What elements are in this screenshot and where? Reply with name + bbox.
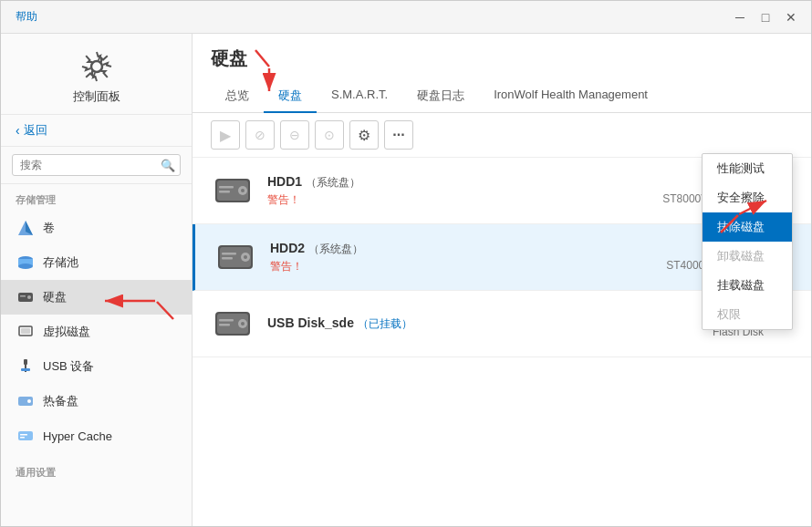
disk-info-hdd2: HDD2（系统盘） 警告！ xyxy=(270,241,666,274)
sidebar-header: 控制面板 xyxy=(1,34,192,115)
disk-warning-hdd2: 警告！ xyxy=(270,259,666,274)
sidebar-item-usb[interactable]: USB 设备 xyxy=(1,349,192,384)
sidebar-item-volumes[interactable]: 卷 xyxy=(1,211,192,245)
svg-point-0 xyxy=(91,61,102,72)
sidebar-item-hotspare[interactable]: 热备盘 xyxy=(1,384,192,418)
svg-rect-16 xyxy=(20,437,25,439)
search-icon: 🔍 xyxy=(161,159,175,172)
main-layout: 控制面板 ‹ 返回 🔍 存储管理 卷 xyxy=(1,34,811,526)
disk-info-hdd1: HDD1（系统盘） 警告！ xyxy=(267,174,662,208)
svg-point-20 xyxy=(241,189,245,192)
stop-icon: ⊘ xyxy=(255,128,265,142)
volumes-icon xyxy=(16,218,36,238)
main-window: 帮助 ─ □ ✕ 控制面板 xyxy=(0,0,812,527)
svg-point-26 xyxy=(244,255,247,259)
disk-icon-usb xyxy=(211,302,255,346)
menu-format[interactable]: 抹除磁盘 xyxy=(703,212,792,242)
search-input[interactable] xyxy=(12,154,181,176)
tab-overview[interactable]: 总览 xyxy=(211,80,264,113)
svg-point-3 xyxy=(18,264,33,269)
more-icon: ··· xyxy=(392,127,404,143)
svg-rect-11 xyxy=(21,368,30,371)
sidebar-item-hypercache-label: Hyper Cache xyxy=(43,429,112,443)
play-icon: ▶ xyxy=(220,127,231,144)
tab-smart[interactable]: S.M.A.R.T. xyxy=(317,80,402,113)
settings-icon: ⚙ xyxy=(358,127,370,144)
general-section-label: 通用设置 xyxy=(1,457,192,483)
svg-rect-28 xyxy=(222,257,233,260)
tab-ironwolf[interactable]: IronWolf Health Management xyxy=(479,80,662,113)
svg-point-32 xyxy=(241,322,245,326)
sidebar-item-usb-label: USB 设备 xyxy=(43,358,94,375)
svg-rect-6 xyxy=(20,295,26,297)
svg-rect-22 xyxy=(219,191,230,193)
disk-icon-hdd1 xyxy=(211,169,255,212)
help-link[interactable]: 帮助 xyxy=(16,9,37,25)
hard-disk-icon xyxy=(16,287,36,307)
sidebar-item-virtual-disk[interactable]: 虚拟磁盘 xyxy=(1,315,192,349)
menu-mount[interactable]: 挂载磁盘 xyxy=(703,271,792,300)
svg-rect-33 xyxy=(219,319,234,322)
disk-info-usb: USB Disk_sde（已挂载） xyxy=(267,315,713,332)
stop-button[interactable]: ⊘ xyxy=(245,120,275,150)
svg-point-13 xyxy=(27,399,31,403)
sidebar-item-hypercache[interactable]: Hyper Cache xyxy=(1,418,192,453)
disk-name-hdd2: HDD2（系统盘） xyxy=(270,241,666,257)
hypercache-icon xyxy=(16,426,36,446)
check-icon: ⊙ xyxy=(324,128,335,142)
storage-section-label: 存储管理 xyxy=(1,184,192,211)
disk-warning-hdd1: 警告！ xyxy=(267,192,662,208)
toolbar: ▶ ⊘ ⊖ ⊙ ⚙ ··· 性能测试 xyxy=(193,113,811,158)
tab-log[interactable]: 硬盘日志 xyxy=(402,80,479,113)
svg-point-5 xyxy=(27,295,31,299)
svg-rect-9 xyxy=(24,359,27,365)
remove-button[interactable]: ⊖ xyxy=(280,120,309,150)
virtual-disk-icon xyxy=(16,322,36,342)
check-button[interactable]: ⊙ xyxy=(315,120,344,150)
tab-bar: 总览 硬盘 S.M.A.R.T. 硬盘日志 IronWolf Health Ma… xyxy=(211,80,793,112)
disk-name-usb: USB Disk_sde（已挂载） xyxy=(267,315,713,332)
disk-icon-hdd2 xyxy=(213,235,257,279)
sidebar-item-storage-pool[interactable]: 存储池 xyxy=(1,245,192,280)
svg-rect-15 xyxy=(20,434,27,436)
search-area: 🔍 xyxy=(1,147,192,184)
sidebar-item-virtual-disk-label: 虚拟磁盘 xyxy=(43,324,90,340)
maximize-button[interactable]: □ xyxy=(753,5,778,30)
context-menu: 性能测试 安全擦除 抹除磁盘 卸载磁盘 挂载磁盘 权限 xyxy=(702,153,793,330)
sidebar-item-hard-disk[interactable]: 硬盘 xyxy=(1,280,192,315)
content-header: 硬盘 总览 硬盘 S.M.A.R.T. 硬盘日志 IronWol xyxy=(193,34,811,113)
close-button[interactable]: ✕ xyxy=(778,5,804,30)
svg-rect-8 xyxy=(21,328,30,334)
sidebar-item-storage-pool-label: 存储池 xyxy=(43,254,78,271)
sidebar-title: 控制面板 xyxy=(73,88,120,105)
gear-icon xyxy=(78,48,115,85)
menu-permissions: 权限 xyxy=(703,300,792,329)
menu-secure-erase[interactable]: 安全擦除 xyxy=(703,183,792,212)
menu-perf-test[interactable]: 性能测试 xyxy=(703,154,792,183)
sidebar-item-hard-disk-label: 硬盘 xyxy=(43,289,67,305)
hotspare-icon xyxy=(16,391,36,411)
svg-rect-14 xyxy=(18,431,33,440)
svg-rect-34 xyxy=(219,324,230,326)
sidebar-item-volumes-label: 卷 xyxy=(43,220,55,236)
disk-name-hdd1: HDD1（系统盘） xyxy=(267,174,662,191)
minus-icon: ⊖ xyxy=(289,128,300,142)
storage-pool-icon xyxy=(16,253,36,273)
settings-button[interactable]: ⚙ xyxy=(349,120,379,150)
page-title: 硬盘 xyxy=(211,46,793,71)
sidebar-item-hotspare-label: 热备盘 xyxy=(43,393,78,409)
more-button[interactable]: ··· xyxy=(384,120,413,150)
play-button[interactable]: ▶ xyxy=(211,120,240,150)
title-bar: 帮助 ─ □ ✕ xyxy=(1,1,811,34)
usb-icon xyxy=(16,356,36,377)
sidebar: 控制面板 ‹ 返回 🔍 存储管理 卷 xyxy=(1,34,193,526)
back-label: 返回 xyxy=(24,122,47,139)
back-arrow-icon: ‹ xyxy=(16,123,20,138)
svg-rect-27 xyxy=(222,253,236,255)
tab-harddisk[interactable]: 硬盘 xyxy=(264,80,317,113)
back-button[interactable]: ‹ 返回 xyxy=(1,115,192,147)
svg-rect-21 xyxy=(219,186,234,189)
menu-unmount: 卸载磁盘 xyxy=(703,242,792,271)
minimize-button[interactable]: ─ xyxy=(727,5,753,30)
content-area: 硬盘 总览 硬盘 S.M.A.R.T. 硬盘日志 IronWol xyxy=(193,34,811,526)
